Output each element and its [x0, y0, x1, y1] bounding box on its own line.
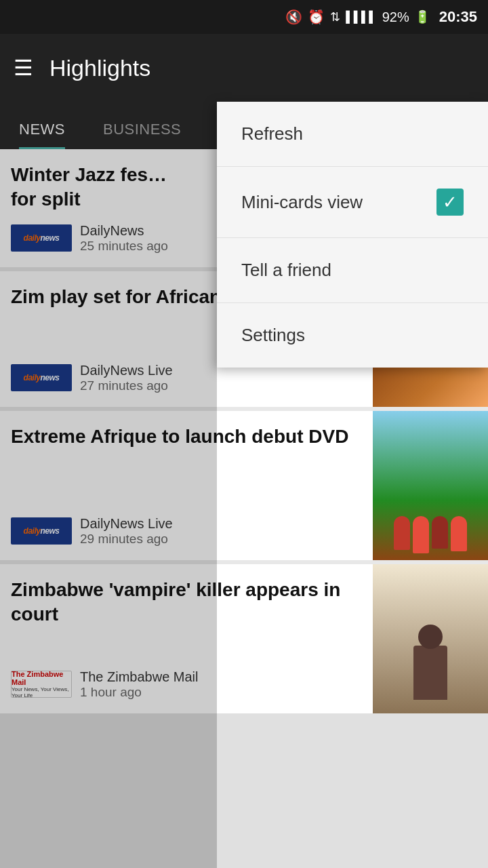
dropdown-refresh-label: Refresh	[241, 123, 303, 144]
status-icons: 🔇 ⏰ ⇅ ▌▌▌▌ 92% 🔋 20:35	[285, 8, 477, 26]
news-thumb-4	[373, 564, 488, 713]
news-thumb-3	[373, 411, 488, 560]
header-title: Highlights	[49, 55, 150, 81]
dropdown-tellfriend-label: Tell a friend	[241, 260, 331, 281]
mini-cards-checkbox[interactable]: ✓	[436, 189, 464, 216]
status-bar: 🔇 ⏰ ⇅ ▌▌▌▌ 92% 🔋 20:35	[0, 0, 488, 34]
dropdown-menu: Refresh Mini-cards view ✓ Tell a friend …	[217, 102, 488, 368]
status-time: 20:35	[439, 8, 477, 26]
dropdown-background-dim[interactable]	[0, 102, 217, 868]
alarm-icon: ⏰	[308, 9, 325, 25]
dropdown-settings-label: Settings	[241, 325, 305, 346]
hamburger-menu-icon[interactable]: ☰	[14, 55, 33, 81]
app-header: ☰ Highlights	[0, 34, 488, 102]
battery-level: 92%	[382, 9, 409, 25]
dropdown-item-settings[interactable]: Settings	[217, 303, 488, 368]
checkmark-icon: ✓	[443, 192, 458, 213]
dropdown-item-refresh[interactable]: Refresh	[217, 102, 488, 167]
dropdown-item-tellfriend[interactable]: Tell a friend	[217, 238, 488, 303]
signal-icon: ▌▌▌▌	[346, 11, 376, 23]
mute-icon: 🔇	[285, 9, 302, 25]
battery-icon: 🔋	[415, 9, 430, 24]
dropdown-item-minicards[interactable]: Mini-cards view ✓	[217, 167, 488, 238]
sync-icon: ⇅	[330, 9, 340, 24]
dropdown-minicards-label: Mini-cards view	[241, 192, 363, 213]
